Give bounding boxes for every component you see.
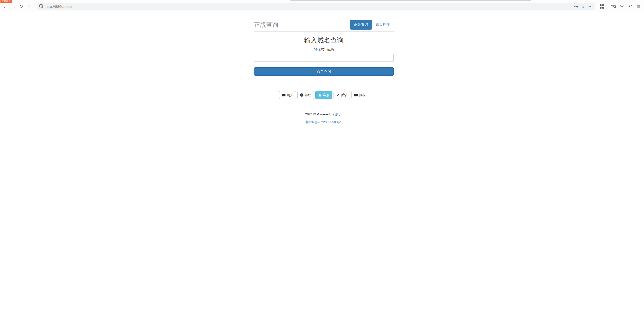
nav-buy-program[interactable]: 购买程序 [372, 20, 394, 30]
author-link[interactable]: 浪子! [335, 112, 343, 116]
buy-button[interactable]: 购买 [279, 91, 296, 99]
pencil-icon [336, 93, 340, 97]
header-nav: 正版查询 购买程序 [350, 20, 394, 30]
apps-grid-icon[interactable] [598, 3, 605, 10]
credit-card-icon [354, 94, 358, 96]
forward-icon[interactable]: → [9, 3, 17, 10]
insecure-shield-icon[interactable] [39, 4, 43, 9]
address-bar[interactable]: http://886ds.top ☆ ⋯ [37, 3, 595, 10]
section-divider [254, 86, 394, 86]
browser-toolbar: 登录账号 ← → ↻ ⌂ http://886ds.top ☆ ⋯ [0, 0, 644, 12]
nav-genuine-query[interactable]: 正版查询 [350, 20, 372, 30]
customer-service-button[interactable]: 客服 [315, 91, 332, 99]
toolbar-right-cluster: ✂ ↶ ≡ [598, 3, 642, 10]
footer: 2024 © Powered by 浪子! [254, 112, 394, 117]
reload-icon[interactable]: ↻ [17, 3, 25, 10]
action-buttons-row: 购买 ! 帮助 客服 反馈 授权 [254, 91, 394, 99]
toolbar-divider [608, 4, 608, 9]
favorites-list-icon[interactable] [610, 3, 617, 10]
home-icon[interactable]: ⌂ [25, 3, 33, 10]
window-edge-strip [290, 0, 531, 1]
more-actions-icon[interactable]: ⋯ [586, 3, 593, 9]
info-circle-icon: ! [300, 93, 303, 97]
screenshot-scissors-icon[interactable]: ✂ [619, 3, 625, 10]
undo-icon[interactable]: ↶ [627, 3, 634, 10]
page-header: 正版查询 正版查询 购买程序 [254, 12, 394, 32]
page-title: 输入域名查询 [254, 36, 394, 45]
authorize-button[interactable]: 授权 [351, 91, 368, 99]
authorize-button-label: 授权 [359, 93, 366, 97]
buy-button-label: 购买 [287, 93, 293, 97]
help-button[interactable]: ! 帮助 [297, 91, 314, 99]
query-button[interactable]: 点击查询 [254, 67, 394, 76]
bookmark-star-icon[interactable]: ☆ [580, 3, 586, 9]
icp-line: 鲁ICP备2022006358号-5 [254, 120, 394, 124]
feedback-button[interactable]: 反馈 [334, 91, 350, 99]
feedback-button-label: 反馈 [341, 93, 347, 97]
site-brand: 正版查询 [254, 20, 278, 28]
back-icon[interactable]: ← [2, 3, 9, 10]
url-text[interactable]: http://886ds.top [46, 4, 573, 9]
help-button-label: 帮助 [305, 93, 311, 97]
customer-service-label: 客服 [323, 93, 329, 97]
password-key-icon[interactable] [573, 3, 580, 9]
page-subtitle: (不要带http://) [254, 47, 394, 52]
user-icon [318, 93, 322, 97]
credit-card-icon [282, 94, 285, 96]
login-account-badge[interactable]: 登录账号 [0, 0, 12, 3]
page-container: 正版查询 正版查询 购买程序 输入域名查询 (不要带http://) 点击查询 … [254, 12, 394, 124]
domain-input[interactable] [254, 54, 394, 62]
copyright-text: 2024 © Powered by [305, 112, 335, 116]
menu-icon[interactable]: ≡ [635, 3, 642, 10]
icp-link[interactable]: 鲁ICP备2022006358号-5 [305, 120, 342, 124]
